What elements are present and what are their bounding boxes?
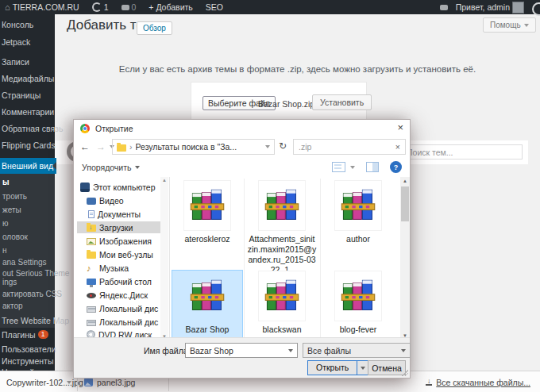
help-tab[interactable]: Помощь [483, 17, 536, 33]
sidebar-item-jetpack[interactable]: Jetpack [2, 37, 30, 48]
sidebar-item-users[interactable]: Пользователи [2, 344, 56, 355]
filetype-dropdown[interactable]: Все файлы [303, 343, 411, 358]
comments-icon [122, 5, 129, 10]
back-button[interactable]: ← [80, 141, 90, 152]
tree-item-pictures[interactable]: Изображения [87, 235, 160, 247]
view-mode-icon[interactable] [332, 162, 345, 172]
sidebar-item-tools[interactable]: Инструменты [2, 355, 53, 367]
scroll-up-icon[interactable]: ▲ [403, 179, 407, 183]
tree-scrollbar[interactable]: ▲▼ [160, 177, 168, 340]
sidebar-item-pages[interactable]: Страницы [2, 90, 40, 101]
file-name: blackswan [247, 325, 317, 335]
file-tile-ateroskleroz[interactable]: ateroskleroz [172, 180, 242, 244]
theme-upload-box: Выберите файл Bazar Shop.zip Установить [191, 82, 367, 122]
sidebar-item-plugins[interactable]: Плагины1 [2, 329, 48, 340]
chosen-file-name: Bazar Shop.zip [258, 99, 314, 109]
yandex-disk-icon [87, 293, 96, 298]
search-icon[interactable] [532, 2, 540, 16]
folder-tree: Этот компьютер Видео Документы Загрузки … [74, 177, 170, 340]
submenu-item-editor[interactable]: актор [2, 302, 23, 310]
dialog-body: Этот компьютер Видео Документы Загрузки … [74, 177, 410, 340]
submenu-item-menus[interactable]: ю [2, 219, 9, 228]
divider [320, 179, 321, 337]
submenu-item-header[interactable]: оловок [2, 233, 28, 241]
submenu-item-theme-settings-line1[interactable]: out Serious Theme [2, 269, 69, 278]
tree-item-local-disk[interactable]: Локальный дис [87, 316, 160, 328]
sidebar-item-flipping-cards[interactable]: Flipping Cards [2, 140, 56, 151]
file-tile-attachments[interactable]: Attachments_sinitzin.maxim2015@yandex.ru… [247, 180, 317, 276]
account-menu[interactable]: Привет, admin [451, 0, 529, 14]
scroll-up-icon[interactable]: ▲ [162, 178, 167, 183]
scrollbar-thumb[interactable] [401, 186, 409, 221]
avatar [512, 2, 524, 13]
submenu-item-theme-settings-line2[interactable]: ings [2, 278, 17, 286]
winrar-archive-icon [262, 277, 302, 315]
tree-item-local-disk[interactable]: Локальный дис [87, 302, 160, 314]
refresh-icon[interactable]: ↻ [279, 140, 287, 152]
forward-button: → [96, 141, 106, 152]
dialog-search-box[interactable]: .zip × [293, 139, 406, 155]
open-button[interactable]: Открыть [307, 360, 369, 375]
sidebar-item-media[interactable]: Медиафайлы [2, 73, 54, 84]
notification-icon[interactable] [440, 5, 448, 10]
file-name: Attachments_sinitzin.maxim2015@yandex.ru… [247, 234, 317, 276]
site-menu[interactable]: ⌂ TIERRA.COM.RU [0, 0, 84, 14]
file-tile-author[interactable]: author [323, 180, 393, 244]
sidebar-item-posts[interactable]: Записи [2, 56, 29, 67]
clear-search-icon[interactable]: × [395, 142, 400, 152]
download-file-label: Copywriter-102....jpg [6, 378, 83, 387]
chevron-down-icon[interactable] [265, 145, 270, 148]
tree-item-downloads[interactable]: Загрузки [77, 221, 166, 233]
download-item[interactable]: Copywriter-102....jpg [6, 371, 83, 392]
tree-item-documents[interactable]: Документы [87, 208, 160, 220]
cancel-button[interactable]: Отмена [368, 360, 406, 375]
chevron-down-icon [401, 349, 406, 352]
resize-grip[interactable] [402, 370, 408, 376]
sidebar-item-feedback[interactable]: Обратная связь [2, 123, 63, 134]
tree-item-this-pc[interactable]: Этот компьютер [80, 181, 160, 193]
install-button[interactable]: Установить [312, 94, 372, 110]
close-icon[interactable]: × [397, 121, 403, 133]
dialog-toolbar: Упорядочить ? [74, 157, 410, 178]
organize-menu[interactable]: Упорядочить [82, 163, 140, 172]
address-bar[interactable]: › Результаты поиска в "За... [112, 139, 275, 155]
file-tile-blackswan[interactable]: blackswan [247, 271, 317, 335]
help-icon[interactable]: ? [390, 161, 402, 173]
download-file-label: panel3.jpg [97, 378, 135, 387]
filename-combobox[interactable]: Bazar Shop [185, 343, 298, 358]
tree-item-yandex-disk[interactable]: Яндекс.Диск [87, 289, 160, 301]
submenu-item-katana-settings[interactable]: ana Settings [2, 258, 47, 267]
chevron-down-icon [524, 24, 529, 27]
open-split-arrow[interactable] [357, 361, 368, 375]
dialog-title-bar[interactable]: Открытие × [74, 120, 410, 136]
new-content-menu[interactable]: + Добавить [144, 0, 197, 14]
file-tile-blog-fever[interactable]: blog-fever [323, 271, 393, 335]
updates-menu[interactable]: 1 [87, 0, 114, 14]
winrar-archive-icon [338, 277, 378, 315]
seo-menu[interactable]: SEO [201, 0, 228, 14]
file-open-dialog: Открытие × ← → ↑ › Результаты поиска в "… [73, 119, 411, 379]
greeting-text: Привет, admin [456, 2, 510, 12]
files-scrollbar[interactable]: ▲ ▼ [400, 177, 410, 340]
tree-item-web-folders[interactable]: Мои веб-узлы [87, 248, 160, 260]
sidebar-item-appearance[interactable]: Внешний вид [0, 158, 56, 174]
chevron-down-icon[interactable] [67, 381, 71, 384]
submenu-item-themes[interactable]: ы [2, 178, 10, 186]
sidebar-item-comments[interactable]: Комментарии [2, 106, 54, 117]
submenu-item-background[interactable]: н [2, 246, 7, 255]
file-tile-bazar-shop-selected[interactable]: Bazar Shop [172, 271, 242, 337]
browse-themes-button[interactable]: Обзор [137, 21, 172, 35]
submenu-item-customize[interactable]: троить [2, 192, 27, 201]
sidebar-item-tree-website-map[interactable]: Tree Website Map [2, 315, 69, 326]
tree-item-desktop[interactable]: Рабочий стол [87, 275, 160, 287]
submenu-item-edit-css[interactable]: актировать CSS [2, 290, 62, 298]
tree-item-music[interactable]: ♪Музыка [87, 262, 160, 274]
chevron-down-icon[interactable] [350, 166, 355, 169]
theme-search-input[interactable] [401, 144, 523, 159]
preview-pane-icon[interactable] [366, 162, 379, 172]
comments-menu[interactable]: 0 [117, 0, 141, 14]
submenu-item-widgets[interactable]: жеты [2, 206, 21, 214]
sidebar-item-dashboard[interactable]: Консоль [2, 19, 33, 30]
tree-item-video[interactable]: Видео [87, 194, 160, 206]
show-all-downloads-link[interactable]: ↓ Все скачанные файлы... [426, 371, 530, 392]
